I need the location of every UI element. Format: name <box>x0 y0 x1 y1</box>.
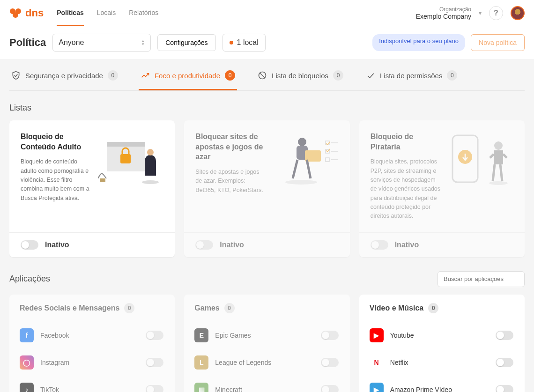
card-description: Bloqueio de conteúdo adulto como pornogr… <box>21 157 91 203</box>
card-illustration <box>273 132 339 188</box>
svg-point-10 <box>285 180 317 185</box>
app-column: Redes Sociais e Mensagens 0 f Facebook ◯… <box>9 295 175 392</box>
card-status: Inativo <box>220 241 244 249</box>
config-button[interactable]: Configurações <box>157 34 215 51</box>
app-name: League of Legends <box>215 359 314 366</box>
card-title: Bloqueio de Conteúdo Adulto <box>21 132 91 152</box>
app-list[interactable]: ▶ Youtube N Netflix ▶ Amazon Prime Vídeo… <box>359 322 520 392</box>
app-row: N Netflix <box>370 349 513 376</box>
app-row: f Facebook <box>20 322 163 349</box>
app-toggle[interactable] <box>496 331 513 340</box>
tab-bloqueios[interactable]: Lista de bloqueios 0 <box>256 70 345 90</box>
list-card: Bloqueio de Conteúdo Adulto Bloqueio de … <box>9 120 175 257</box>
app-toggle[interactable] <box>146 358 163 367</box>
org-selector[interactable]: Organização Exemplo Company <box>416 6 471 20</box>
top-bar: dns Políticas Locais Relatórios Organiza… <box>0 0 534 26</box>
app-name: TikTok <box>40 386 139 392</box>
app-name: Facebook <box>40 332 139 339</box>
svg-point-7 <box>142 180 159 184</box>
app-row: ◯ Instagram <box>20 349 163 376</box>
nav-politicas[interactable]: Políticas <box>57 0 84 26</box>
nav-relatorios[interactable]: Relatórios <box>129 0 158 26</box>
app-icon: ◯ <box>20 355 34 370</box>
app-icon: E <box>194 328 208 342</box>
app-column-count: 0 <box>224 303 235 313</box>
app-row: ▶ Youtube <box>370 322 513 349</box>
app-column: Games 0 E Epic Games L League of Legends… <box>184 295 349 392</box>
list-card: Bloqueio de Pirataria Bloqueia sites, pr… <box>359 120 525 257</box>
main-nav: Políticas Locais Relatórios <box>57 0 158 26</box>
card-toggle[interactable] <box>195 240 213 250</box>
card-toggle[interactable] <box>371 240 388 250</box>
card-illustration <box>98 132 163 188</box>
select-chevron-icon: ▲▼ <box>141 39 145 46</box>
app-toggle[interactable] <box>146 385 163 392</box>
policy-select-value: Anyone <box>59 38 84 47</box>
app-name: Instagram <box>40 359 139 366</box>
app-icon: ▶ <box>370 383 384 392</box>
app-toggle[interactable] <box>146 331 163 340</box>
app-row: ▦ Minecraft <box>194 376 338 392</box>
new-policy-button[interactable]: Nova política <box>471 34 525 51</box>
org-label: Organização <box>416 6 471 13</box>
tab-foco[interactable]: Foco e produtividade 0 <box>139 70 237 90</box>
card-title: Bloqueio de Pirataria <box>371 132 441 152</box>
app-icon: ♪ <box>20 383 34 392</box>
status-dot-icon <box>230 41 233 44</box>
app-toggle[interactable] <box>321 358 339 367</box>
svg-point-19 <box>489 181 508 185</box>
app-name: Epic Games <box>215 332 314 339</box>
app-column-title: Vídeo e Música <box>370 304 424 312</box>
logo-icon <box>9 7 22 19</box>
tab-permissoes[interactable]: Lista de permissões 0 <box>364 70 459 90</box>
block-icon <box>258 71 267 80</box>
app-column-title: Games <box>194 304 219 312</box>
card-illustration <box>448 132 513 188</box>
trending-up-icon <box>141 71 150 80</box>
app-column-title: Redes Sociais e Mensagens <box>20 304 119 312</box>
app-name: Amazon Prime Vídeo <box>390 386 489 392</box>
app-list[interactable]: f Facebook ◯ Instagram ♪ TikTok ❤ Tinder <box>9 322 170 392</box>
app-search[interactable] <box>438 271 525 287</box>
app-icon: L <box>194 355 208 370</box>
svg-rect-6 <box>120 154 131 163</box>
card-status: Inativo <box>45 241 69 249</box>
app-list[interactable]: E Epic Games L League of Legends ▦ Minec… <box>184 322 345 392</box>
logo[interactable]: dns <box>9 7 44 19</box>
app-column-count: 0 <box>124 303 134 313</box>
aplicacoes-title: Aplicações <box>9 274 50 284</box>
sub-bar: Política Anyone ▲▼ Configurações 1 local… <box>0 26 534 59</box>
location-badge[interactable]: 1 local <box>222 34 266 52</box>
avatar[interactable] <box>511 6 525 20</box>
app-name: Minecraft <box>215 386 314 392</box>
tab-seguranca[interactable]: Segurança e privacidade 0 <box>9 70 120 90</box>
app-toggle[interactable] <box>496 358 513 367</box>
card-description: Sites de apostas e jogos de azar. Exempl… <box>195 168 266 195</box>
plan-badge: Indisponível para o seu plano <box>372 34 465 51</box>
app-toggle[interactable] <box>496 385 513 392</box>
help-button[interactable]: ? <box>489 6 503 20</box>
list-card: Bloquear sites de apostas e jogos de aza… <box>184 120 349 257</box>
chevron-down-icon[interactable]: ▾ <box>479 10 482 16</box>
app-toggle[interactable] <box>321 331 339 340</box>
svg-rect-16 <box>326 158 329 162</box>
org-name: Exemplo Company <box>416 13 471 20</box>
app-toggle[interactable] <box>321 385 339 392</box>
svg-rect-5 <box>107 142 145 147</box>
app-icon: ▶ <box>370 328 384 342</box>
app-column-count: 0 <box>428 303 438 313</box>
shield-check-icon <box>11 71 21 80</box>
search-input[interactable] <box>444 275 522 282</box>
app-icon: N <box>370 355 384 370</box>
nav-locais[interactable]: Locais <box>97 0 116 26</box>
svg-point-8 <box>147 149 154 155</box>
app-icon: f <box>20 328 34 342</box>
card-toggle[interactable] <box>21 240 38 250</box>
logo-text: dns <box>25 7 44 19</box>
policy-select[interactable]: Anyone ▲▼ <box>52 34 151 52</box>
card-description: Bloqueia sites, protocolos P2P, sites de… <box>371 157 441 221</box>
svg-rect-9 <box>100 178 105 182</box>
app-column: Vídeo e Música 0 ▶ Youtube N Netflix ▶ A… <box>359 295 525 392</box>
svg-point-20 <box>494 141 503 150</box>
app-row: L League of Legends <box>194 349 338 376</box>
